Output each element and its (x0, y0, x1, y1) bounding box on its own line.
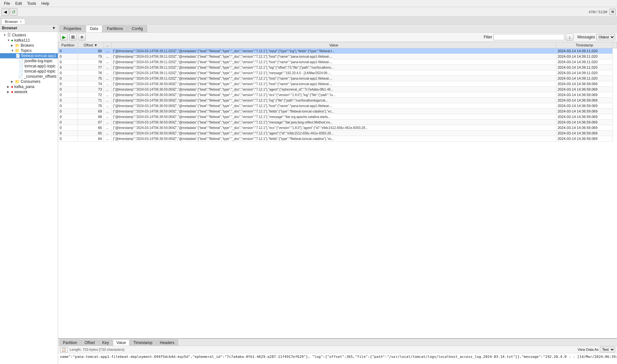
toolbar-btn-back[interactable]: ◀ (1, 8, 9, 16)
filter-down-btn[interactable]: ↓ (566, 34, 573, 41)
menu-file[interactable]: File (1, 1, 13, 6)
table-row[interactable]: 0 68 ... {"@timestamp":"2024-03-14T06:36… (58, 114, 617, 120)
table-row[interactable]: 0 75 ... {"@timestamp":"2024-03-14T06:39… (58, 76, 617, 81)
table-row[interactable]: 0 80 ... {"@timestamp":"2024-03-14T06:39… (58, 48, 617, 54)
sidebar-item-topics[interactable]: ▼ 📁 Topics (0, 48, 58, 53)
tomcat2-label: tomcat-app2-topic (25, 69, 56, 74)
refresh-icon: ↺ (12, 9, 15, 15)
table-row[interactable]: 0 69 ... {"@timestamp":"2024-03-14T06:36… (58, 109, 617, 114)
play-btn[interactable]: ▶ (60, 34, 68, 41)
col-header-dots[interactable]: ... (104, 42, 112, 48)
toolbar: ◀ ↺ 47M / 512M ♻ (0, 7, 617, 17)
cell-dots: ... (104, 103, 112, 109)
table-row[interactable]: 0 73 ... {"@timestamp":"2024-03-14T06:36… (58, 87, 617, 92)
col-header-timestamp[interactable]: Timestamp (556, 42, 613, 48)
sidebar-scroll-btn[interactable]: ▼ (52, 26, 56, 30)
table-row[interactable]: 0 78 ... {"@timestamp":"2024-03-14T06:39… (58, 59, 617, 65)
sidebar-item-consumers[interactable]: ▶ 📁 Consumers (0, 79, 58, 84)
cell-offset: 69 (78, 109, 104, 114)
expand-brokers-icon: ▶ (11, 44, 15, 47)
jsonfile-label: jsonfile-log-topic (25, 59, 53, 63)
table-row[interactable]: 0 70 ... {"@timestamp":"2024-03-14T06:36… (58, 103, 617, 109)
consumer-offsets-label: _consumer_offsets (24, 74, 56, 79)
table-row[interactable]: 0 64 ... {"@timestamp":"2024-03-14T06:36… (58, 136, 617, 142)
sidebar-item-consumer-offsets[interactable]: 📄 _consumer_offsets (0, 74, 58, 79)
cell-partition: 0 (58, 98, 78, 103)
table-row[interactable]: 0 71 ... {"@timestamp":"2024-03-14T06:36… (58, 98, 617, 103)
sidebar-item-wework[interactable]: ▶ ● wework (0, 89, 58, 94)
sidebar-item-jsonfile-log-topic[interactable]: 📄 jsonfile-log-topic (0, 58, 58, 64)
menu-edit[interactable]: Edit (13, 1, 25, 6)
cell-value: {"@timestamp":"2024-03-14T06:36:59.069Z"… (112, 81, 556, 87)
data-toolbar: ▶ ⚙ Filter ↓ Messages Oldest (58, 33, 617, 42)
tab-timestamp-detail[interactable]: Timestamp (130, 339, 156, 346)
tab-key-detail[interactable]: Key (99, 339, 113, 346)
tab-config[interactable]: Config (127, 25, 147, 32)
sidebar-item-kafka-pana[interactable]: ▶ ● kafka_pana (0, 84, 58, 89)
bottom-toolbar: 📋 Length: 733 bytes [733 characters] Vie… (58, 346, 617, 353)
memory-label: 47M / 512M (589, 10, 609, 14)
col-header-partition[interactable]: Partition (58, 42, 78, 48)
table-row[interactable]: 0 77 ... {"@timestamp":"2024-03-14T06:39… (58, 65, 617, 70)
close-tab-icon[interactable]: × (20, 20, 22, 24)
tomcat1-label: tomcat-app1-topic (25, 64, 56, 68)
table-row[interactable]: 0 65 ... {"@timestamp":"2024-03-14T06:36… (58, 131, 617, 136)
sidebar-header: Browser ▼ (0, 25, 58, 32)
tab-partition-detail[interactable]: Partition (59, 339, 81, 346)
tab-properties[interactable]: Properties (59, 25, 86, 32)
cell-offset: 78 (78, 59, 104, 65)
wework-icon: ● (11, 90, 13, 94)
cell-dots: ... (104, 54, 112, 59)
browser-tab[interactable]: Browser × (1, 19, 25, 24)
filter-input[interactable] (493, 34, 564, 40)
cell-partition: 0 (58, 81, 78, 87)
data-table-container[interactable]: Partition Offset ▼ ... Value Timestamp 0… (58, 42, 617, 338)
tab-value-detail[interactable]: Value (113, 339, 130, 346)
cluster-icon: ● (11, 38, 13, 43)
cell-timestamp: 2024-03-14 14:36:59.069 (556, 109, 613, 114)
toolbar-btn-refresh[interactable]: ↺ (10, 8, 17, 16)
table-row[interactable]: 0 67 ... {"@timestamp":"2024-03-14T06:36… (58, 120, 617, 125)
config-btn[interactable]: ⚙ (78, 34, 86, 41)
menu-help[interactable]: Help (39, 1, 52, 6)
view-data-select[interactable]: Text (600, 347, 615, 352)
table-row[interactable]: 0 66 ... {"@timestamp":"2024-03-14T06:36… (58, 125, 617, 131)
cell-timestamp: 2024-03-14 14:39:11.020 (556, 70, 613, 76)
sidebar-item-tomcat-app2-topic[interactable]: 📄 tomcat-app2-topic (0, 69, 58, 74)
table-row[interactable]: 0 74 ... {"@timestamp":"2024-03-14T06:36… (58, 81, 617, 87)
sidebar-item-brokers[interactable]: ▶ 📁 Brokers (0, 43, 58, 48)
cell-value: {"@timestamp":"2024-03-14T06:39:11.020Z"… (112, 48, 556, 54)
sidebar-item-filebeat-tomcat-app1[interactable]: 📄 filebeat-tomcat-app1 (0, 53, 58, 58)
topics-label: Topics (21, 48, 32, 53)
col-header-offset[interactable]: Offset ▼ (78, 42, 104, 48)
expand-consumers-icon: ▶ (11, 80, 15, 83)
table-row[interactable]: 0 76 ... {"@timestamp":"2024-03-14T06:39… (58, 70, 617, 76)
tab-data[interactable]: Data (86, 25, 102, 32)
table-row[interactable]: 0 72 ... {"@timestamp":"2024-03-14T06:36… (58, 92, 617, 98)
tab-partitions[interactable]: Partitions (103, 25, 127, 32)
tab-headers-detail[interactable]: Headers (156, 339, 178, 346)
sidebar-item-tomcat-app1-topic[interactable]: 📄 tomcat-app1-topic (0, 64, 58, 69)
cell-value: {"@timestamp":"2024-03-14T06:36:59.069Z"… (112, 125, 556, 131)
menu-tools[interactable]: Tools (25, 1, 39, 6)
view-data-label: View Data As (578, 348, 599, 351)
cell-timestamp: 2024-03-14 14:36:59.069 (556, 87, 613, 92)
sidebar-item-clusters[interactable]: ▼ 🗄 Clusters (0, 33, 58, 38)
cell-offset: 80 (78, 48, 104, 54)
toolbar-gc-btn[interactable]: ♻ (609, 9, 616, 15)
col-header-value[interactable]: Value (112, 42, 556, 48)
sidebar-item-kafka111[interactable]: ▼ ● kafka111 (0, 38, 58, 43)
tab-offset-detail[interactable]: Offset (81, 339, 98, 346)
cell-dots: ... (104, 48, 112, 54)
cell-value: {"@timestamp":"2024-03-14T06:36:59.069Z"… (112, 87, 556, 92)
play-icon: ▶ (62, 34, 66, 40)
stop-btn[interactable] (69, 34, 77, 41)
copy-btn[interactable]: 📋 (60, 347, 68, 352)
brokers-label: Brokers (21, 43, 34, 48)
cell-dots: ... (104, 87, 112, 92)
kafka-pana-icon: ● (11, 84, 13, 89)
table-row[interactable]: 0 79 ... {"@timestamp":"2024-03-14T06:39… (58, 54, 617, 59)
length-label: Length: 733 bytes [733 characters] (70, 348, 124, 351)
cell-partition: 0 (58, 65, 78, 70)
oldest-select[interactable]: Oldest (596, 34, 615, 40)
